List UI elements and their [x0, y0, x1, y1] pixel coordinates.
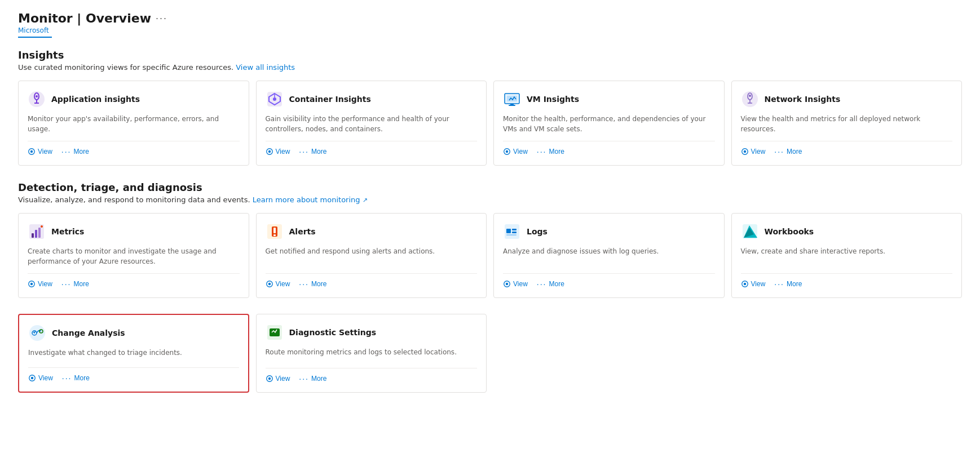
card-metrics-header: Metrics — [28, 223, 240, 241]
card-logs-title: Logs — [527, 227, 548, 236]
view-icon — [741, 280, 749, 288]
svg-rect-28 — [35, 230, 37, 238]
card-vm-insights-header: VM Insights — [503, 90, 715, 108]
card-logs-body: Analyze and diagnose issues with log que… — [503, 246, 715, 266]
svg-rect-16 — [509, 105, 515, 106]
card-alerts-footer: View ··· More — [266, 273, 478, 288]
svg-rect-15 — [510, 104, 514, 105]
card-container-insights-title: Container Insights — [289, 95, 371, 104]
card-logs-header: Logs — [503, 223, 715, 241]
logs-more-button[interactable]: ··· More — [537, 279, 564, 288]
ellipsis-button[interactable]: ··· — [156, 12, 167, 24]
card-network-insights-footer: View ··· More — [741, 141, 953, 156]
card-diagnostic-settings-title: Diagnostic Settings — [289, 328, 377, 337]
card-logs-footer: View ··· More — [503, 273, 715, 288]
change-analysis-view-button[interactable]: View — [28, 374, 53, 382]
detection-title: Detection, triage, and diagnosis — [18, 181, 962, 193]
change-analysis-more-button[interactable]: ··· More — [62, 374, 90, 383]
diagnostic-settings-view-button[interactable]: View — [266, 375, 290, 383]
view-icon — [266, 280, 273, 288]
alerts-icon — [266, 223, 284, 241]
svg-rect-43 — [506, 234, 517, 236]
insights-cards-grid: Application insights Monitor your app's … — [18, 81, 962, 166]
container-insights-more-button[interactable]: ··· More — [299, 147, 326, 156]
svg-rect-41 — [512, 229, 517, 230]
container-insights-view-button[interactable]: View — [266, 148, 290, 155]
view-all-insights-link[interactable]: View all insights — [236, 63, 295, 72]
svg-point-51 — [29, 325, 45, 341]
card-network-insights: Network Insights View the health and met… — [731, 81, 963, 166]
card-app-insights-footer: View ··· More — [28, 141, 240, 156]
card-alerts-header: Alerts — [266, 223, 478, 241]
card-diagnostic-settings: Diagnostic Settings Route monitoring met… — [256, 314, 487, 393]
insights-section: Insights Use curated monitoring views fo… — [18, 49, 962, 166]
card-change-analysis-footer: View ··· More — [28, 367, 239, 383]
svg-point-32 — [30, 283, 33, 285]
learn-more-link[interactable]: Learn more about monitoring — [253, 195, 360, 204]
svg-point-25 — [743, 150, 745, 153]
container-insights-icon — [266, 90, 284, 108]
network-insights-icon — [741, 90, 759, 108]
svg-point-30 — [41, 225, 43, 228]
svg-rect-40 — [506, 229, 511, 233]
workbooks-more-button[interactable]: ··· More — [774, 279, 802, 288]
svg-rect-42 — [512, 232, 517, 233]
svg-point-55 — [31, 377, 33, 379]
svg-point-45 — [506, 283, 508, 285]
diagnostic-settings-more-button[interactable]: ··· More — [299, 374, 326, 383]
alerts-view-button[interactable]: View — [266, 280, 290, 288]
logs-icon — [503, 223, 521, 241]
page-header: Monitor | Overview ··· — [18, 11, 962, 25]
card-metrics-footer: View ··· More — [28, 273, 240, 288]
svg-point-19 — [742, 91, 758, 107]
card-change-analysis-body: Investigate what changed to triage incid… — [28, 348, 239, 361]
logs-view-button[interactable]: View — [503, 280, 528, 288]
app-insights-more-button[interactable]: ··· More — [61, 147, 89, 156]
header-divider — [18, 37, 52, 38]
detection-row2-grid: Change Analysis Investigate what changed… — [18, 314, 962, 393]
metrics-icon — [28, 223, 46, 241]
card-metrics-body: Create charts to monitor and investigate… — [28, 246, 240, 266]
svg-point-59 — [268, 377, 270, 380]
alerts-more-button[interactable]: ··· More — [299, 279, 326, 288]
workbooks-view-button[interactable]: View — [741, 280, 766, 288]
metrics-more-button[interactable]: ··· More — [61, 279, 89, 288]
card-diagnostic-settings-header: Diagnostic Settings — [266, 323, 478, 341]
detection-row1-grid: Metrics Create charts to monitor and inv… — [18, 213, 962, 298]
card-change-analysis-title: Change Analysis — [52, 328, 125, 337]
card-app-insights-title: Application insights — [51, 95, 140, 104]
svg-rect-36 — [273, 234, 276, 236]
detection-section: Detection, triage, and diagnosis Visuali… — [18, 181, 962, 393]
app-insights-view-button[interactable]: View — [28, 148, 52, 155]
card-vm-insights-body: Monitor the health, performance, and dep… — [503, 114, 715, 134]
view-icon — [266, 148, 273, 155]
vm-insights-view-button[interactable]: View — [503, 148, 528, 155]
card-workbooks-body: View, create and share interactive repor… — [741, 246, 953, 266]
svg-point-12 — [268, 150, 270, 153]
card-workbooks: Workbooks View, create and share interac… — [731, 213, 963, 298]
card-app-insights-header: Application insights — [28, 90, 240, 108]
svg-point-9 — [273, 97, 276, 101]
card-vm-insights-title: VM Insights — [527, 95, 579, 104]
card-alerts: Alerts Get notified and respond using al… — [256, 213, 487, 298]
svg-point-6 — [30, 150, 33, 153]
metrics-view-button[interactable]: View — [28, 280, 52, 288]
card-change-analysis: Change Analysis Investigate what changed… — [18, 314, 249, 393]
card-change-analysis-header: Change Analysis — [28, 324, 239, 342]
workbooks-icon — [741, 223, 759, 241]
card-vm-insights-footer: View ··· More — [503, 141, 715, 156]
detection-description: Visualize, analyze, and respond to monit… — [18, 195, 962, 204]
svg-rect-29 — [38, 228, 41, 238]
svg-point-4 — [36, 95, 38, 97]
insights-title: Insights — [18, 49, 962, 61]
network-insights-view-button[interactable]: View — [741, 148, 766, 155]
network-insights-more-button[interactable]: ··· More — [774, 147, 802, 156]
vm-insights-more-button[interactable]: ··· More — [537, 147, 564, 156]
card-workbooks-footer: View ··· More — [741, 273, 953, 288]
card-metrics: Metrics Create charts to monitor and inv… — [18, 213, 249, 298]
svg-point-38 — [268, 283, 270, 285]
view-icon — [741, 148, 749, 155]
vm-insights-icon — [503, 90, 521, 108]
card-diagnostic-settings-body: Route monitoring metrics and logs to sel… — [266, 347, 478, 361]
svg-point-18 — [506, 150, 508, 153]
